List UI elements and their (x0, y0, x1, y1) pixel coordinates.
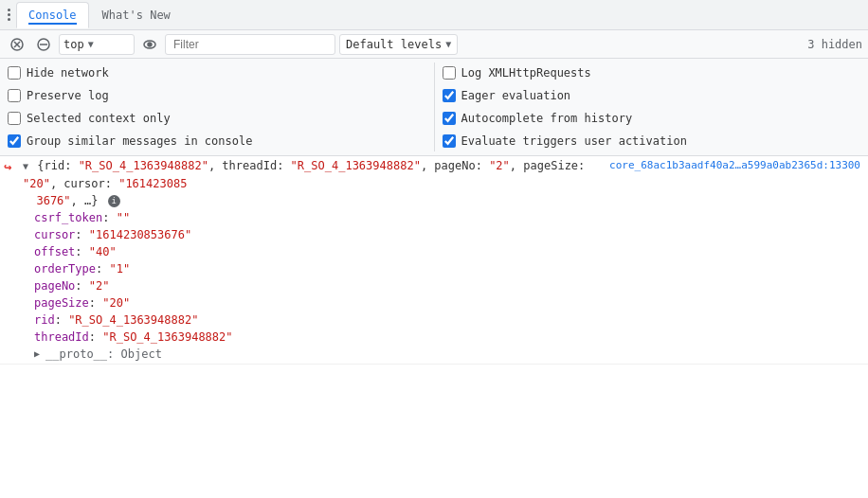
toolbar: top ▼ Default levels ▼ 3 hidden (0, 30, 868, 59)
hidden-count: 3 hidden (807, 38, 862, 51)
prop-threadid: threadId: "R_SO_4_1363948882" (34, 329, 868, 346)
clear-button[interactable] (6, 33, 28, 56)
prop-rid: rid: "R_SO_4_1363948882" (34, 311, 868, 329)
hide-network-checkbox[interactable] (8, 66, 21, 80)
eager-eval-checkbox[interactable] (443, 89, 456, 102)
no-entry-icon[interactable] (32, 33, 55, 56)
group-similar-checkbox[interactable] (8, 134, 21, 148)
hide-network-label[interactable]: Hide network (27, 66, 109, 80)
eager-eval-row: Eager evaluation (443, 85, 861, 106)
settings-bar: Hide network Preserve log Selected conte… (0, 59, 868, 156)
proto-label: __proto__: Object (45, 346, 162, 363)
tab-console[interactable]: Console (16, 2, 89, 28)
selected-context-label[interactable]: Selected context only (27, 112, 171, 125)
default-levels-label: Default levels (346, 38, 442, 51)
settings-right-col: Log XMLHttpRequests Eager evaluation Aut… (443, 62, 861, 151)
log-xhr-checkbox[interactable] (443, 66, 456, 80)
obj-pageno-val: "2" (489, 159, 510, 172)
prop-pageno: pageNo: "2" (34, 277, 868, 294)
default-levels-selector[interactable]: Default levels ▼ (339, 34, 458, 55)
selected-context-checkbox[interactable] (8, 112, 21, 125)
selected-context-row: Selected context only (8, 108, 426, 129)
eye-icon[interactable] (138, 33, 161, 56)
hide-network-row: Hide network (8, 62, 426, 83)
levels-arrow: ▼ (445, 39, 451, 49)
entry-source-link[interactable]: core_68ac1b3aadf40a2…a599a0ab2365d:13300 (609, 157, 868, 174)
eval-triggers-checkbox[interactable] (443, 134, 456, 148)
context-arrow: ▼ (88, 39, 94, 49)
log-xhr-row: Log XMLHttpRequests (443, 62, 861, 83)
proto-row[interactable]: __proto__: Object (34, 346, 868, 363)
obj-comma2: , (421, 159, 434, 172)
context-selector[interactable]: top ▼ (59, 34, 135, 55)
prop-csrf-token: csrf_token: "" (34, 209, 868, 226)
prop-offset: offset: "40" (34, 243, 868, 260)
console-output: ↪ core_68ac1b3aadf40a2…a599a0ab2365d:133… (0, 156, 868, 498)
evaluate-triggers-row: Evaluate triggers user activation (443, 131, 861, 151)
obj-expanded: csrf_token: "" cursor: "1614230853676" o… (23, 209, 868, 363)
obj-comma1: , (208, 159, 222, 172)
proto-expand-arrow[interactable] (34, 346, 40, 363)
filter-input[interactable] (165, 34, 335, 55)
obj-ellipsis: , …} (71, 194, 99, 207)
console-entry: ↪ core_68ac1b3aadf40a2…a599a0ab2365d:133… (0, 156, 868, 365)
eager-eval-label[interactable]: Eager evaluation (461, 89, 571, 102)
preserve-log-row: Preserve log (8, 85, 426, 106)
tab-console-label: Console (28, 9, 77, 25)
svg-point-6 (148, 43, 152, 46)
obj-rid-key: rid: (45, 159, 79, 172)
obj-comma4: , (50, 177, 63, 190)
info-icon[interactable]: i (108, 195, 120, 207)
obj-comma3: , (510, 159, 523, 172)
tab-whats-new[interactable]: What's New (91, 3, 182, 27)
obj-rid-val: "R_SO_4_1363948882" (79, 159, 208, 172)
group-similar-label[interactable]: Group similar messages in console (27, 134, 252, 148)
tab-whats-new-label: What's New (102, 9, 171, 22)
preserve-log-checkbox[interactable] (8, 89, 21, 102)
eval-triggers-label[interactable]: Evaluate triggers user activation (461, 134, 687, 148)
autocomplete-checkbox[interactable] (443, 112, 456, 125)
settings-left-col: Hide network Preserve log Selected conte… (8, 62, 435, 151)
group-similar-row: Group similar messages in console (8, 131, 426, 151)
obj-threadid-val: "R_SO_4_1363948882" (291, 159, 421, 172)
obj-cursor-key: cursor: (63, 177, 118, 190)
preserve-log-label[interactable]: Preserve log (27, 89, 109, 102)
log-xhr-label[interactable]: Log XMLHttpRequests (461, 66, 591, 80)
obj-pageno-key: pageNo: (434, 159, 489, 172)
autocomplete-row: Autocomplete from history (443, 108, 861, 129)
tab-bar: Console What's New (0, 0, 868, 30)
devtools-menu[interactable] (4, 5, 14, 25)
obj-pagesize-val: "20" (23, 177, 50, 190)
obj-pagesize-key: pageSize: (523, 159, 585, 172)
autocomplete-label[interactable]: Autocomplete from history (461, 112, 633, 125)
obj-brace-open: { (37, 159, 44, 172)
prop-cursor: cursor: "1614230853676" (34, 226, 868, 243)
context-value: top (63, 38, 84, 51)
prop-pagesize: pageSize: "20" (34, 294, 868, 311)
expand-arrow[interactable] (23, 161, 28, 171)
obj-threadid-key: threadId: (222, 159, 290, 172)
prop-ordertype: orderType: "1" (34, 260, 868, 277)
entry-arrow-icon: ↪ (4, 158, 11, 175)
